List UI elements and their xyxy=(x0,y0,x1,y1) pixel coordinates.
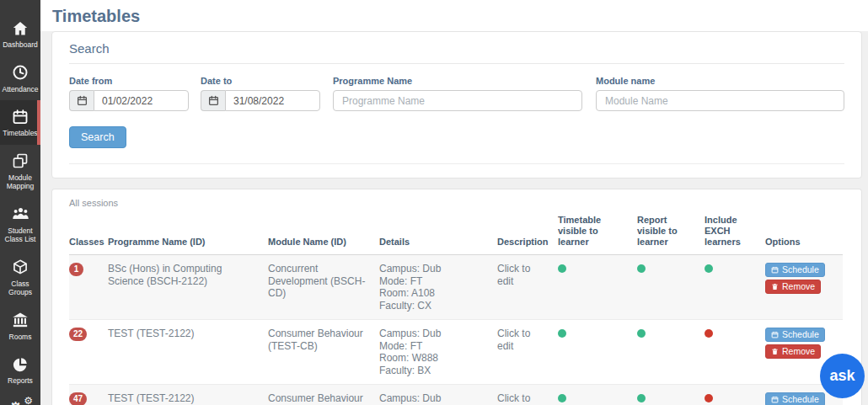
classes-badge[interactable]: 1 xyxy=(69,263,83,276)
bank-icon xyxy=(12,312,29,329)
col-programme: Programme Name (ID) xyxy=(108,213,268,255)
details-cell: Campus: Dub Mode: FT Room: W888 Faculty:… xyxy=(379,320,497,385)
search-panel-body: Date from Date to xyxy=(52,64,861,178)
col-include-exch: Include EXCH learners xyxy=(705,213,765,255)
sidebar-item-rooms[interactable]: Rooms xyxy=(0,304,40,349)
sidebar-item-attendance[interactable]: Attendance xyxy=(0,56,40,101)
col-report-visible: Report visible to learner xyxy=(637,213,705,255)
programme-name-label: Programme Name xyxy=(333,76,582,86)
module-cell: Consumer Behaviour (TEST-CB) xyxy=(268,385,379,405)
sessions-caption: All sessions xyxy=(52,189,861,208)
calendar-icon xyxy=(771,396,779,403)
options-cell: Schedule Remove xyxy=(765,255,843,320)
remove-button[interactable]: Remove xyxy=(765,280,821,294)
sidebar-item-timetables[interactable]: Timetables xyxy=(0,100,40,145)
col-description: Description xyxy=(497,213,558,255)
pie-chart-icon xyxy=(12,355,29,373)
sidebar-item-label: Attendance xyxy=(2,85,38,94)
trash-icon xyxy=(771,348,779,355)
programme-cell: TEST (TEST-2122) xyxy=(108,385,268,405)
module-cell: Concurrent Development (BSCH-CD) xyxy=(268,255,379,320)
copy-icon xyxy=(12,152,29,170)
sidebar: Dashboard Attendance Timetables Module M… xyxy=(0,0,40,405)
table-row: 47 TEST (TEST-2122) Consumer Behaviour (… xyxy=(69,385,843,405)
table-row: 1 BSc (Hons) in Computing Science (BSCH-… xyxy=(69,255,843,320)
module-name-input[interactable] xyxy=(596,90,844,111)
col-details: Details xyxy=(379,213,497,255)
schedule-button[interactable]: Schedule xyxy=(765,263,825,277)
sidebar-item-label: Dashboard xyxy=(3,40,38,50)
module-cell: Consumer Behaviour (TEST-CB) xyxy=(268,320,379,385)
trash-icon xyxy=(771,283,779,290)
include-exch-indicator[interactable] xyxy=(705,329,713,338)
search-button[interactable]: Search xyxy=(69,126,126,148)
content: Search Date from Date t xyxy=(40,31,868,405)
search-panel-header: Search xyxy=(52,32,861,56)
sessions-table: Classes Programme Name (ID) Module Name … xyxy=(69,213,843,405)
main-area: Timetables Search Date from xyxy=(40,0,868,405)
col-options: Options xyxy=(765,213,843,255)
details-cell: Campus: Dub Mode: FT Room: W888 Faculty:… xyxy=(379,385,497,405)
description-cell[interactable]: Click to edit xyxy=(497,385,558,405)
search-form-row: Date from Date to xyxy=(69,76,844,111)
report-visible-indicator[interactable] xyxy=(637,329,646,338)
divider xyxy=(69,163,844,164)
date-from-label: Date from xyxy=(69,76,189,86)
report-visible-indicator[interactable] xyxy=(637,394,646,402)
calendar-icon xyxy=(201,90,225,111)
module-name-label: Module name xyxy=(596,76,844,86)
sidebar-item-label: Rooms xyxy=(9,333,32,342)
date-from-input[interactable] xyxy=(94,90,189,111)
sidebar-item-dashboard[interactable]: Dashboard xyxy=(0,12,40,56)
cube-icon xyxy=(12,258,29,276)
classes-badge[interactable]: 22 xyxy=(69,328,87,341)
titlebar: Timetables xyxy=(40,0,868,31)
search-panel-title: Search xyxy=(69,41,844,56)
sidebar-item-label: Module Mapping xyxy=(1,173,40,191)
timetable-visible-indicator[interactable] xyxy=(558,264,566,273)
programme-name-input[interactable] xyxy=(333,90,582,111)
include-exch-indicator[interactable] xyxy=(705,264,713,273)
home-icon xyxy=(12,19,29,37)
report-visible-indicator[interactable] xyxy=(637,264,646,273)
sidebar-item-module-mapping[interactable]: Module Mapping xyxy=(0,145,40,198)
people-icon xyxy=(12,205,29,223)
timetable-visible-indicator[interactable] xyxy=(558,329,566,338)
ask-button[interactable]: ask xyxy=(820,354,865,398)
sidebar-item-label: Reports xyxy=(8,376,33,386)
date-to-input[interactable] xyxy=(225,90,320,111)
col-module: Module Name (ID) xyxy=(268,213,379,255)
sidebar-item-label: Student Class List xyxy=(1,226,40,244)
sidebar-item-class-groups[interactable]: Class Groups xyxy=(0,251,40,304)
page-title: Timetables xyxy=(52,7,868,26)
description-cell[interactable]: Click to edit xyxy=(497,320,558,385)
programme-cell: BSc (Hons) in Computing Science (BSCH-21… xyxy=(108,255,268,320)
table-header-row: Classes Programme Name (ID) Module Name … xyxy=(69,213,843,255)
sidebar-item-label: Timetables xyxy=(3,129,37,138)
gears-icon: ⚙⚙ xyxy=(10,400,30,405)
schedule-button[interactable]: Schedule xyxy=(765,328,825,342)
classes-badge[interactable]: 47 xyxy=(69,392,87,405)
calendar-icon xyxy=(69,90,94,111)
search-panel: Search Date from Date t xyxy=(51,31,862,179)
programme-name-field: Programme Name xyxy=(333,76,582,111)
sidebar-item-student-class-list[interactable]: Student Class List xyxy=(0,198,40,251)
date-to-label: Date to xyxy=(201,76,320,86)
col-classes: Classes xyxy=(69,213,108,255)
include-exch-indicator[interactable] xyxy=(705,394,713,402)
table-row: 22 TEST (TEST-2122) Consumer Behaviour (… xyxy=(69,320,843,385)
sidebar-item-settings[interactable]: ⚙⚙ xyxy=(0,392,40,405)
timetable-visible-indicator[interactable] xyxy=(558,394,566,402)
remove-button[interactable]: Remove xyxy=(765,344,821,359)
clock-icon xyxy=(12,64,29,82)
col-timetable-visible: Timetable visible to learner xyxy=(558,213,637,255)
description-cell[interactable]: Click to edit xyxy=(497,255,558,320)
calendar-icon xyxy=(12,108,29,125)
schedule-button[interactable]: Schedule xyxy=(765,392,825,405)
date-from-field: Date from xyxy=(69,76,189,111)
module-name-field: Module name xyxy=(596,76,844,111)
sidebar-item-reports[interactable]: Reports xyxy=(0,348,40,392)
programme-cell: TEST (TEST-2122) xyxy=(108,320,268,385)
calendar-icon xyxy=(771,266,779,274)
details-cell: Campus: Dub Mode: FT Room: A108 Faculty:… xyxy=(379,255,497,320)
